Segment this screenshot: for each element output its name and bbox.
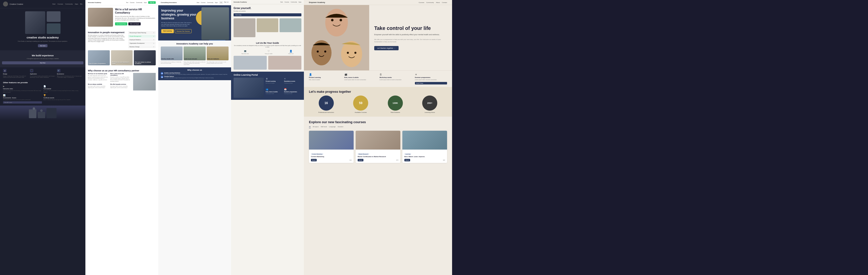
p2-navbar: Innovate Academy Text Courses Community …: [85, 0, 158, 5]
svg-point-4: [40, 109, 43, 112]
p4-standalone-label: Standalone events: [284, 80, 301, 82]
p4-nav-link-3[interactable]: Community: [290, 1, 297, 3]
p4-standalone-icon: ✕: [284, 78, 301, 80]
p2-why-image: [133, 73, 156, 90]
panel-creative-studio: Creative Creative Start Courses Communit…: [0, 0, 85, 275]
p5-workshop-title: Workshop weeks: [379, 77, 412, 78]
p5-filter-duration[interactable]: Duration: [338, 126, 343, 128]
svg-point-10: [317, 51, 319, 53]
p3-why-items: ◆ Quality Learning Solutions Our consult…: [161, 72, 228, 79]
p4-hero-images: [234, 18, 301, 37]
p3-start-learning-btn[interactable]: Start Learning: [161, 29, 174, 33]
p4-portal-section: Online Learning Portal 🖥 Private Learnin…: [231, 72, 304, 100]
p4-guide-images: [234, 56, 301, 70]
p1-other-assess: 📊 Assessments - Exams Test yourself to f…: [3, 94, 42, 104]
p1-nav-link-3[interactable]: Community: [65, 3, 72, 5]
p2-nav-link-3[interactable]: Community: [136, 2, 143, 3]
p5-stat-4: 200+ Learning Hours: [413, 95, 447, 114]
p5-course-content-2: Market Research Master Certification in …: [355, 149, 400, 163]
p5-stat-num-2: 59: [359, 101, 363, 105]
p1-footer-img: [0, 106, 85, 121]
p5-filter-language[interactable]: Language: [329, 126, 336, 128]
p2-nav-link-4[interactable]: Apps: [144, 2, 147, 3]
p5-nav-link-1[interactable]: Courses: [419, 2, 424, 3]
p5-stat-2: 59 Available Courses: [344, 95, 378, 114]
p5-filter-skill[interactable]: Skill level: [321, 126, 327, 128]
p5-nav-link-2[interactable]: Community: [426, 2, 434, 3]
p3-signout-btn[interactable]: Sign out: [224, 1, 228, 4]
p4-hero-sub: Develop your practice: [234, 10, 301, 12]
p5-course-price-1: $49: [350, 159, 352, 161]
p5-enroll-today-btn[interactable]: Enroll Today: [415, 82, 447, 84]
p1-hero-btn[interactable]: See more: [38, 44, 48, 47]
p2-acc-item-4[interactable]: Organisation Development ▾: [128, 42, 156, 45]
p2-talk-expert-btn[interactable]: Talk to an Expert: [128, 22, 141, 25]
p5-filter-topics[interactable]: All topics: [313, 126, 319, 128]
p3-nav-link-4[interactable]: Apps: [215, 2, 218, 3]
p3-nav-link-3[interactable]: Community: [207, 2, 213, 3]
p2-signup-btn[interactable]: Sign Up: [148, 1, 156, 4]
p1-app-text: Our community includes professionals for…: [30, 75, 55, 78]
p1-start-btn[interactable]: Start Now: [2, 61, 83, 64]
p1-nav-link-1[interactable]: Start: [52, 3, 56, 5]
p5-private-title: Private Learning: [309, 77, 341, 78]
p3-nav-link-1[interactable]: Start: [197, 2, 199, 3]
p5-filter-all[interactable]: All: [309, 126, 311, 128]
p1-show-all-btn[interactable]: Show All Courses: [3, 101, 42, 104]
p3-help-card-1: Develop valuable skills: [161, 47, 183, 60]
panel-wellness: Empower Academy Courses Community About …: [304, 0, 452, 275]
p3-help-card-3: Train your employees: [207, 47, 228, 60]
p5-nav-link-3[interactable]: About: [436, 2, 440, 3]
p5-course-enroll-2[interactable]: Enroll: [358, 159, 364, 161]
p2-innovation-title: Innovation in people management: [88, 31, 126, 34]
p3-desc-3: Our cutting edge courses are based on re…: [207, 61, 228, 65]
p2-innovation-text: We help employers in a variety of indust…: [88, 35, 126, 43]
p4-nav-link-1[interactable]: Start: [280, 1, 283, 3]
p1-hero-title: creative studio academy: [27, 36, 59, 39]
p3-hi-btn[interactable]: Hi: [219, 1, 223, 4]
p2-acc-item-1[interactable]: Resourcing & Talent Planning ▾: [128, 31, 156, 34]
p5-course-enroll-3[interactable]: Enroll: [404, 159, 410, 161]
p4-level-label: Online level: [288, 53, 293, 54]
p3-why-item-2: ◆ Flexible Options Our platform provides…: [161, 76, 228, 79]
p2-nav-links: Text Courses Community Apps Sign Up: [126, 1, 156, 4]
p1-other-test: 📄 Test material All courses have test ma…: [43, 85, 82, 92]
p2-get-started-btn[interactable]: Get Started Now: [115, 22, 127, 25]
p1-nav-link-2[interactable]: Courses: [58, 3, 63, 5]
p4-nav-link-4[interactable]: Apps: [299, 1, 301, 3]
p5-stat-label-1: Professional Instructors: [318, 112, 334, 114]
p3-discover-btn[interactable]: Discover Our Courses: [175, 29, 192, 33]
p1-nav-link-4[interactable]: Apps: [75, 3, 79, 5]
p1-nav-link-5[interactable]: Blo: [80, 3, 82, 5]
p5-nav-link-4[interactable]: Contact: [442, 2, 447, 3]
p5-course-card-1: Content Marketing Content Marketing Enro…: [309, 131, 353, 163]
svg-point-11: [324, 51, 326, 53]
p1-hero-img-sm-2: [47, 23, 61, 34]
p2-bespoke-title: We offer bespoke services: [110, 83, 131, 85]
p4-guide-icon-1: 💻 Subscribe online: [241, 50, 249, 54]
p2-why-focus: We focus on our business goals Our uniqu…: [88, 73, 109, 82]
p4-hero-img-1: [234, 18, 255, 37]
p5-course-enroll-1[interactable]: Enroll: [311, 159, 317, 161]
p2-acc-item-2[interactable]: People Management ▾: [128, 35, 156, 38]
p3-brand: Consulting Innovators: [161, 2, 177, 3]
p4-guide-section: Let Us Be Your Guide Our consultancy ser…: [231, 40, 304, 72]
p5-stat-num-4: 200+: [427, 102, 432, 104]
svg-point-6: [325, 9, 348, 36]
p3-nav-link-2[interactable]: Courses: [201, 2, 206, 3]
p5-hero-btn[interactable]: Let Starters together →: [374, 46, 399, 50]
p4-nav-link-2[interactable]: Courses: [285, 1, 289, 3]
p2-nav-link-1[interactable]: Text: [126, 2, 128, 3]
p5-stat-label-3: Total Students: [391, 112, 400, 114]
p2-nav-link-2[interactable]: Courses: [130, 2, 135, 3]
p2-acc-item-3[interactable]: Employee Relations ▾: [128, 38, 156, 41]
p1-nav-links: Start Courses Community Apps Blo: [52, 3, 82, 5]
p3-quality-text: Our consultancy services are designed to…: [164, 74, 227, 75]
p5-service-private: 👤 Private Learning Kids, teens & adults: [309, 73, 341, 84]
p1-assess-icon: 📊: [3, 94, 42, 97]
p2-acc-item-5[interactable]: Business Change ▾: [128, 45, 156, 48]
p4-start-btn[interactable]: Start today: [234, 13, 301, 16]
p4-guide-icon-2: ♡ Track your health: [265, 50, 273, 54]
p1-design-label: Design: [3, 73, 7, 75]
p1-test-text: All courses have test material. Covering…: [43, 90, 82, 92]
